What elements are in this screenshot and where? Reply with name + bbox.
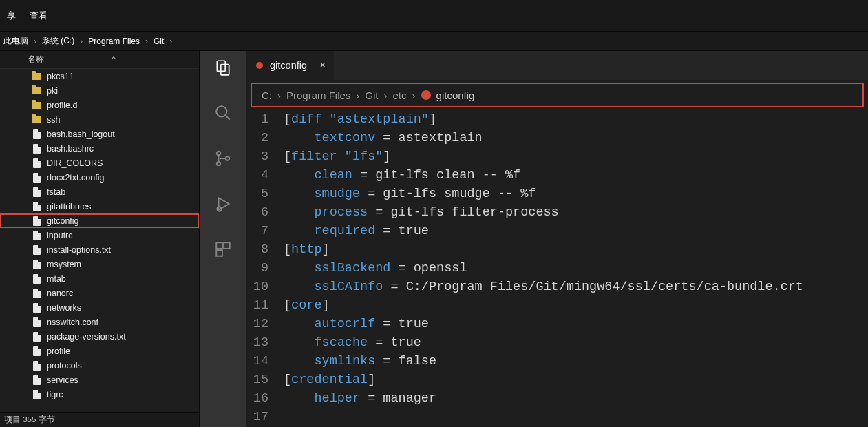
- chevron-right-icon: ›: [412, 90, 416, 101]
- code-line[interactable]: helper = manager: [284, 389, 868, 408]
- file-item[interactable]: profile: [0, 344, 199, 358]
- file-item[interactable]: gitconfig: [0, 214, 199, 228]
- explorer-breadcrumb-item[interactable]: Program Files: [85, 37, 143, 46]
- source-control-icon[interactable]: [213, 149, 233, 168]
- file-item[interactable]: inputrc: [0, 228, 199, 242]
- code-line[interactable]: [filter "lfs"]: [284, 147, 868, 166]
- code-line[interactable]: smudge = git-lfs smudge -- %f: [284, 185, 868, 203]
- line-number: 17: [246, 408, 268, 426]
- code-line[interactable]: textconv = astextplain: [284, 129, 868, 147]
- tab-bar: gitconfig ×: [246, 51, 868, 80]
- file-name-label: DIR_COLORS: [47, 158, 103, 168]
- svg-point-2: [216, 106, 226, 116]
- file-icon: [32, 303, 41, 313]
- code-text[interactable]: [diff "astextplain"] textconv = astextpl…: [284, 109, 868, 427]
- file-icon: [32, 361, 41, 371]
- file-icon: [32, 216, 41, 226]
- svg-line-3: [225, 115, 230, 120]
- editor-breadcrumb-item[interactable]: Git: [365, 90, 378, 101]
- code-line[interactable]: clean = git-lfs clean -- %f: [284, 166, 868, 185]
- file-item[interactable]: mtab: [0, 271, 199, 286]
- explorer-breadcrumb-item[interactable]: 系统 (C:): [39, 35, 78, 47]
- file-icon: [32, 390, 41, 399]
- chevron-right-icon: ›: [167, 37, 174, 46]
- svg-rect-11: [216, 250, 222, 256]
- run-debug-icon[interactable]: [213, 194, 233, 214]
- file-name-label: package-versions.txt: [47, 332, 126, 342]
- file-item[interactable]: package-versions.txt: [0, 329, 199, 344]
- column-name-header: 名称: [28, 54, 44, 65]
- file-name-label: fstab: [47, 187, 65, 197]
- close-icon[interactable]: ×: [319, 59, 326, 72]
- file-item[interactable]: install-options.txt: [0, 242, 199, 257]
- file-item[interactable]: tigrc: [0, 387, 199, 402]
- file-item[interactable]: networks: [0, 300, 199, 315]
- file-item[interactable]: services: [0, 373, 199, 387]
- code-line[interactable]: [diff "astextplain"]: [284, 110, 868, 129]
- code-line[interactable]: [core]: [284, 296, 868, 315]
- search-icon[interactable]: [213, 103, 233, 123]
- code-line[interactable]: [credential]: [284, 371, 868, 389]
- file-name-label: nsswitch.conf: [47, 317, 98, 327]
- chevron-right-icon: ›: [32, 37, 39, 46]
- code-area[interactable]: 1234567891011121314151617 [diff "astextp…: [246, 109, 868, 427]
- file-item[interactable]: nsswitch.conf: [0, 315, 199, 329]
- code-line[interactable]: symlinks = false: [284, 352, 868, 371]
- code-line[interactable]: sslBackend = openssl: [284, 259, 868, 278]
- code-line[interactable]: sslCAInfo = C:/Program Files/Git/mingw64…: [284, 278, 868, 296]
- menu-share[interactable]: 享: [0, 10, 23, 22]
- svg-rect-9: [216, 242, 222, 249]
- file-icon: [32, 260, 41, 269]
- folder-item[interactable]: profile.d: [0, 98, 199, 112]
- file-item[interactable]: fstab: [0, 185, 199, 199]
- editor-breadcrumb[interactable]: C:›Program Files›Git›etc›gitconfig: [251, 83, 864, 107]
- folder-icon: [32, 101, 41, 110]
- file-list: pkcs11pkiprofile.dsshbash.bash_logoutbas…: [0, 69, 199, 412]
- line-number: 5: [246, 185, 268, 203]
- file-name-label: inputrc: [47, 231, 73, 240]
- code-line[interactable]: process = git-lfs filter-process: [284, 203, 868, 222]
- explorer-breadcrumb-item[interactable]: 此电脑: [0, 35, 32, 47]
- file-icon: [32, 332, 41, 342]
- explorer-icon[interactable]: [213, 58, 233, 77]
- file-item[interactable]: bash.bash_logout: [0, 127, 199, 141]
- svg-point-5: [217, 162, 220, 165]
- file-item[interactable]: nanorc: [0, 286, 199, 300]
- svg-rect-10: [224, 242, 230, 249]
- file-name-label: nanorc: [47, 289, 73, 298]
- chevron-right-icon: ›: [277, 90, 281, 101]
- editor-breadcrumb-item[interactable]: C:: [262, 90, 272, 101]
- file-name-label: gitattributes: [47, 202, 92, 211]
- editor-breadcrumb-item[interactable]: etc: [393, 90, 407, 101]
- file-item[interactable]: DIR_COLORS: [0, 156, 199, 170]
- line-number: 4: [246, 166, 268, 185]
- folder-icon: [32, 115, 41, 125]
- file-explorer-header[interactable]: 名称 ⌃: [0, 51, 199, 69]
- line-number: 13: [246, 333, 268, 352]
- line-number: 12: [246, 315, 268, 333]
- folder-item[interactable]: ssh: [0, 112, 199, 127]
- folder-item[interactable]: pkcs11: [0, 69, 199, 83]
- file-item[interactable]: protocols: [0, 358, 199, 373]
- editor-breadcrumb-item[interactable]: gitconfig: [436, 90, 475, 101]
- file-item[interactable]: bash.bashrc: [0, 141, 199, 156]
- folder-icon: [32, 86, 41, 96]
- file-item[interactable]: docx2txt.config: [0, 170, 199, 185]
- menu-view[interactable]: 查看: [23, 10, 54, 22]
- code-line[interactable]: [http]: [284, 240, 868, 259]
- code-line[interactable]: required = true: [284, 222, 868, 240]
- file-name-label: install-options.txt: [47, 245, 111, 255]
- code-line[interactable]: fscache = true: [284, 333, 868, 352]
- file-icon: [32, 317, 41, 327]
- extensions-icon[interactable]: [213, 240, 233, 259]
- svg-point-4: [217, 152, 220, 155]
- folder-item[interactable]: pki: [0, 83, 199, 98]
- editor-breadcrumb-item[interactable]: Program Files: [286, 90, 350, 101]
- tab-gitconfig[interactable]: gitconfig ×: [246, 51, 335, 80]
- code-line[interactable]: [284, 408, 868, 426]
- file-item[interactable]: msystem: [0, 257, 199, 271]
- line-number: 16: [246, 389, 268, 408]
- code-line[interactable]: autocrlf = true: [284, 315, 868, 333]
- file-item[interactable]: gitattributes: [0, 199, 199, 214]
- explorer-breadcrumb-item[interactable]: Git: [150, 37, 167, 46]
